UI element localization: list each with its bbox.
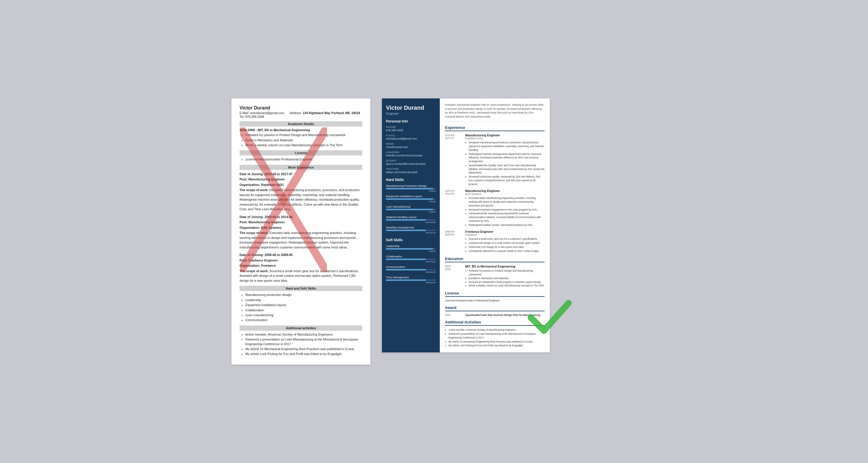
linkedin-label: LinkedIn <box>386 151 436 154</box>
soft-time: Time Management Advanced <box>386 276 436 284</box>
skill-material-name: Material Handling Layout <box>386 215 436 219</box>
good-name: Victor Durand <box>386 104 436 111</box>
bad-resume-email-line: E-Mail: victorjdurand@gmail.com Address:… <box>240 111 362 115</box>
skill-lean-level: Expert <box>386 210 436 213</box>
soft-collab-level: Advanced <box>386 260 436 263</box>
exp-entry-2: 2009-05 -2014-06 Manufacturing Engineer … <box>445 189 545 227</box>
soft-collab: Collaboration Advanced <box>386 255 436 263</box>
skill-lean-bar-fill <box>386 209 433 210</box>
skill-material-level: Advanced <box>386 221 436 224</box>
edu-entry-1: 2004 -2008 MIT, BS in Mechanical Enginee… <box>445 265 545 288</box>
soft-leadership-level: Expert <box>386 250 436 253</box>
skill-5: Lean manufacturing <box>245 313 362 317</box>
exp2-dates: 2009-05 -2014-06 <box>445 189 462 227</box>
good-resume: Victor Durand Engineer Personal Info Pho… <box>382 98 550 352</box>
education-section-header: Education <box>445 257 545 262</box>
skill-2: Leadership <box>245 298 362 302</box>
soft-collab-bar-bg <box>386 259 436 260</box>
add-4: My article Lock Picking for Fun and Prof… <box>245 352 362 356</box>
exp1-b1: Designed manufacturing procedures, proce… <box>469 141 545 152</box>
soft-comm-bar-fill <box>386 269 426 270</box>
skill-equip-inst-level: Expert <box>386 200 436 203</box>
skill-lean: Lean Manufacturing Expert <box>386 205 436 213</box>
twitter-value: twitter.com/VictorJDurand <box>386 171 436 174</box>
info-www: WWW VictorDurand.com <box>386 142 436 148</box>
twitter-label: Twitter <box>386 168 436 171</box>
email-label-g: E-mail <box>386 134 436 137</box>
exp2-b3: Administered the manufacturing departmen… <box>469 212 545 223</box>
email-label: E-Mail: <box>240 111 249 115</box>
edu1-dates: 2004 -2008 <box>445 265 462 288</box>
exp3-b4: Consistently delivered to customer needs… <box>469 249 540 253</box>
soft-comm-level: Advanced <box>386 271 436 273</box>
exp-entry-1: 2014-06 -2017-07 Manufacturing Engineer … <box>445 134 545 186</box>
edu1-b2: Excelled in Mechanics and Materials. <box>469 277 545 280</box>
edu1-b3: Pursued an independent study program in … <box>469 280 545 284</box>
personal-info-title: Personal Info <box>386 119 436 123</box>
skill-6: Communication <box>245 318 362 322</box>
edu1-b4: Wrote a weekly column on Lean Manufactur… <box>469 284 545 288</box>
exp3-dates: 2008-06 -2009-05 <box>445 230 462 253</box>
exp3-b1: Sourced a small motor gear box for a cus… <box>469 237 540 241</box>
skills-bullets: Manufacturing production design Leadersh… <box>240 293 362 322</box>
quora-value: quora.com/profile/VictorJDurand <box>386 162 436 165</box>
info-email: E-mail victorjdurand@gmail.com <box>386 134 436 140</box>
www-label: WWW <box>386 142 436 145</box>
add-3: My article 10 Mechanical Engineering Bes… <box>245 347 362 351</box>
soft-comm-name: Communication <box>386 265 436 268</box>
skill-workflow-bar-fill <box>386 230 426 231</box>
exp1-dates: 2014-06 -2017-07 <box>445 134 462 186</box>
good-summary: Energetic mechanical engineer with 9+ ye… <box>445 103 545 122</box>
exp3-title: Freelance Engineer <box>465 230 540 233</box>
soft-comm-bar-bg <box>386 269 436 270</box>
exp1-org: Raytheon IADC <box>465 137 545 140</box>
bad-resume-tel-line: Tel: 978-289-2658 <box>240 115 362 118</box>
skill-material: Material Handling Layout Advanced <box>386 215 436 224</box>
add-2: Delivered a presentation on Lean Manufac… <box>245 337 362 346</box>
soft-time-bar-bg <box>386 280 436 281</box>
exp3-b2: Assisted with design of a small custom m… <box>469 241 540 245</box>
soft-skills-title: Soft Skills <box>386 238 436 242</box>
skill-material-bar-bg <box>386 219 436 221</box>
skill-lean-name: Lean Manufacturing <box>386 205 436 208</box>
red-x-overlay <box>240 127 327 272</box>
skill-workflow-bar-bg <box>386 230 436 231</box>
address-value: 134 Rightward Way Portland, ME, 04019 <box>303 111 360 115</box>
skill-mfg-prod: Manufacturing Production Design Expert <box>386 184 436 192</box>
info-linkedin: LinkedIn linkedin.com/in/VictorJDurand <box>386 151 436 157</box>
skill-1: Manufacturing production design <box>245 293 362 297</box>
soft-leadership-name: Leadership <box>386 244 436 248</box>
soft-collab-name: Collaboration <box>386 255 436 258</box>
exp2-body: Manufacturing Engineer BAE Systems Execu… <box>465 189 545 227</box>
info-quora: Quora quora.com/profile/VictorJDurand <box>386 159 436 165</box>
exp2-org: BAE Systems <box>465 193 545 196</box>
add-1: Active member, American Society of Manuf… <box>245 332 362 337</box>
skill-4: Collaboration <box>245 308 362 312</box>
exp3-b3: Performed CAD design for a new sports vi… <box>469 245 540 249</box>
additional-bullets: Active member, American Society of Manuf… <box>240 332 362 356</box>
academic-header: Academic Details <box>240 121 362 126</box>
soft-time-level: Advanced <box>386 281 436 284</box>
soft-leadership: Leadership Expert <box>386 244 436 253</box>
experience-section-header: Experience <box>445 125 545 131</box>
exp1-title: Manufacturing Engineer <box>465 134 545 137</box>
hard-skills-title: Hard Skills <box>386 178 436 182</box>
bad-resume-name: Victor Durand <box>240 106 362 111</box>
skill-3: Equipment installation layout <box>245 303 362 307</box>
www-value: VictorDurand.com <box>386 145 436 148</box>
soft-leadership-bar-bg <box>386 248 436 250</box>
exp1-b2: Redesigned machine arrangements departme… <box>469 152 545 163</box>
address-label: Address: <box>290 111 302 115</box>
skill-equip-inst: Equipment Installation Layout Expert <box>386 195 436 203</box>
soft-leadership-bar-fill <box>386 248 433 250</box>
soft-time-name: Time Management <box>386 276 436 279</box>
bad-resume: Victor Durand E-Mail: victorjdurand@gmai… <box>231 98 370 364</box>
exp2-b4: Redesigned Kanban system. Decreased inve… <box>469 223 545 227</box>
phone-value: 978-289-2658 <box>386 128 436 132</box>
phone-label: Phone <box>386 126 436 128</box>
skill-material-bar-fill <box>386 219 426 221</box>
exp-entry-3: 2008-06 -2009-05 Freelance Engineer Free… <box>445 230 545 253</box>
green-checkmark-overlay <box>527 294 573 341</box>
skill-equip-inst-name: Equipment Installation Layout <box>386 195 436 198</box>
email-value: victorjdurand@gmail.com <box>250 111 284 115</box>
